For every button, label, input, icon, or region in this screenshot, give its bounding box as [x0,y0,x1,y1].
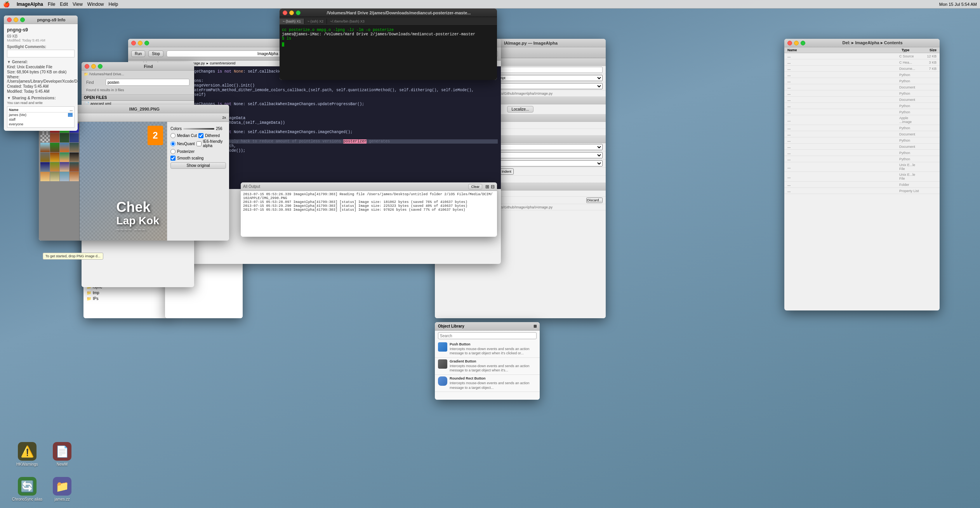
desktop-icon-backup[interactable]: 💾 backup [974,12,980,36]
apple-menu[interactable]: 🍎 [3,1,10,7]
find-min[interactable] [91,64,96,69]
source-row-14[interactable]: ... Document [784,144,940,150]
source-row-13[interactable]: ... Python [784,137,940,144]
find-traffic-lights[interactable] [85,64,103,69]
minimize-button[interactable] [14,17,18,22]
desktop-icon-hkwarnings[interactable]: ⚠️ HKWarnings [12,442,43,467]
source-row-17[interactable]: ... Unix E...le File [784,162,940,172]
object-library-icon[interactable]: ⊞ [533,324,537,328]
file-info-titlebar[interactable]: pngng-s9 Info [4,16,78,24]
swatch-13[interactable] [50,153,59,162]
source-row-15[interactable]: ... Python [784,150,940,156]
swatch-12[interactable] [40,153,50,162]
terminal-tab2[interactable]: ~ (ssh) X2 [304,19,327,24]
find-max[interactable] [98,64,103,69]
find-close[interactable] [85,64,89,69]
terminal-tab3[interactable]: ~/.rbenv/bin (bash) X3 [327,19,368,24]
bc-version[interactable]: currentVersionId [210,61,236,65]
output-icon1[interactable]: ⊞ [485,184,489,189]
swatch-18[interactable] [60,162,69,172]
swatch-22[interactable] [60,172,69,181]
source-row-3[interactable]: ... Python [784,72,940,78]
swatch-7[interactable] [70,133,79,142]
swatch-15[interactable] [70,153,79,162]
swatch-9[interactable] [50,143,59,152]
source-row-10[interactable]: ... Apple ...image [784,115,940,125]
menubar-window[interactable]: Window [87,2,104,7]
desktop-icon-newm[interactable]: 📄 NewM [47,442,78,467]
source-row-16[interactable]: ... Python [784,156,940,162]
swatch-17[interactable] [50,162,59,172]
source-row-20[interactable]: ... Property List [784,188,940,194]
terminal-max[interactable] [296,10,301,15]
posterizer-radio[interactable] [170,149,175,154]
swatch-20[interactable] [40,172,50,181]
menubar-view[interactable]: View [73,2,83,7]
xcode-close[interactable] [131,41,136,45]
run-button[interactable]: Run [131,50,145,57]
terminal-tab1[interactable]: ~ (bash) X1 [280,19,304,24]
source-row-12[interactable]: ... Document [784,131,940,137]
maximize-button[interactable] [20,17,25,22]
discard-button[interactable]: Discard... [586,198,603,203]
source-min[interactable] [794,41,799,45]
swatch-19[interactable] [70,162,79,172]
stop-button[interactable]: Stop [148,50,163,57]
swatch-23[interactable] [70,172,79,181]
indent-button[interactable]: Indent [499,168,514,175]
source-row-1[interactable]: ... C Hea... 3 KB [784,59,940,66]
menubar-file[interactable]: File [48,2,55,7]
smooth-scaling-checkbox[interactable] [170,156,175,161]
object-library-search[interactable] [438,332,537,339]
source-row-19[interactable]: ... Folder [784,182,940,188]
swatch-8[interactable] [40,143,50,152]
traffic-lights[interactable] [7,17,25,22]
source-row-0[interactable]: ... C Source 12 KB [784,53,940,59]
swatch-14[interactable] [60,153,69,162]
source-row-18[interactable]: ... Unix E...le File [784,172,940,182]
terminal-min[interactable] [289,10,294,15]
source-row-2[interactable]: ... Docume... 7 KB [784,66,940,72]
swatch-4[interactable] [40,133,50,142]
xcode-min[interactable] [138,41,142,45]
clear-button[interactable]: Clear [468,184,482,189]
close-button[interactable] [7,17,12,22]
source-traffic-lights[interactable] [787,41,805,45]
source-row-6[interactable]: ... Python [784,90,940,97]
source-titlebar[interactable]: Del: ▸ ImageAlpha ▸ Contents [784,39,940,47]
swatch-10[interactable] [60,143,69,152]
menubar-edit[interactable]: Edit [60,2,68,7]
swatch-21[interactable] [50,172,59,181]
source-row-9[interactable]: ... Python [784,109,940,115]
desktop-icon-james[interactable]: 📁 james.zz [47,477,78,502]
show-original-button[interactable]: Show original [170,162,226,169]
source-row-8[interactable]: ... Python [784,103,940,109]
terminal-traffic-lights[interactable] [283,10,301,15]
dithered-checkbox[interactable] [198,133,203,138]
ie6-checkbox[interactable] [196,141,202,146]
source-row-5[interactable]: ... Document [784,84,940,90]
source-close[interactable] [787,41,792,45]
fb-item-tmp[interactable]: 📁tmp [83,290,169,296]
fb-item-ips[interactable]: 📁IPs [83,296,169,302]
output-icon2[interactable]: ⊟ [491,184,495,189]
menubar-help[interactable]: Help [109,2,118,7]
source-row-7[interactable]: ... Document [784,97,940,103]
swatch-16[interactable] [40,162,50,172]
swatch-5[interactable] [50,133,59,142]
localize-button[interactable]: Localize... [507,106,533,113]
menubar-app[interactable]: ImageAlpha [17,2,43,7]
desktop-icon-chronosync[interactable]: 🔄 ChronoSync alias [12,477,43,502]
find-titlebar[interactable]: Find [82,62,194,71]
find-input[interactable] [106,79,189,86]
median-cut-radio[interactable] [170,133,175,138]
colors-slider[interactable] [183,128,214,130]
source-row-11[interactable]: ... Python [784,125,940,131]
neuquant-radio[interactable] [170,141,175,146]
source-max[interactable] [801,41,805,45]
xcode-traffic-lights[interactable] [131,41,149,45]
xcode-max[interactable] [144,41,149,45]
terminal-titlebar[interactable]: /Volumes/Hard Drive 2/james/Downloads/me… [280,9,497,17]
terminal-close[interactable] [283,10,287,15]
swatch-11[interactable] [70,143,79,152]
